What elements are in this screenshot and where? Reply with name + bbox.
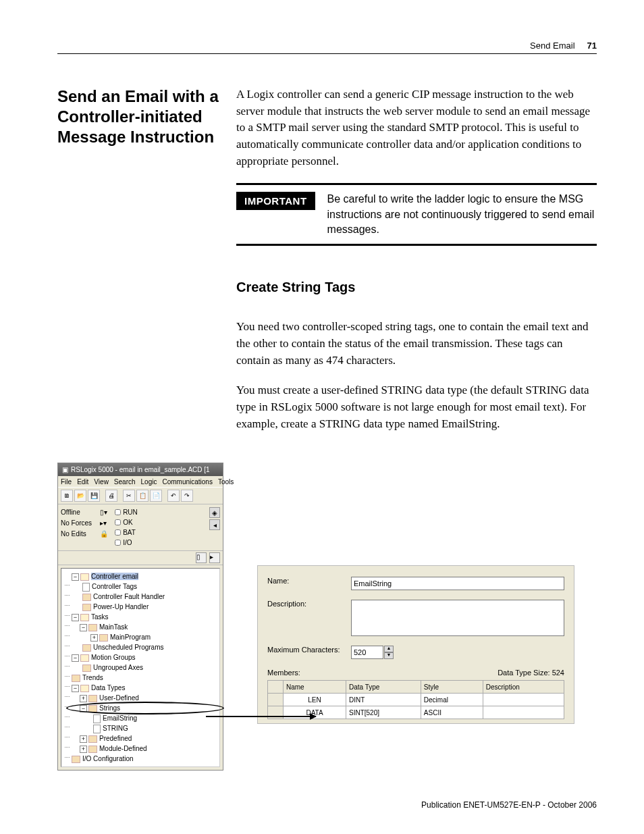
- paste-icon[interactable]: 📄: [150, 490, 162, 502]
- save-icon[interactable]: 💾: [88, 490, 100, 502]
- undo-icon[interactable]: ↶: [167, 490, 180, 502]
- file-icon: [93, 714, 101, 723]
- maxchars-label: Maximum Characters:: [267, 646, 346, 654]
- menubar[interactable]: File Edit View Search Logic Communicatio…: [58, 476, 223, 487]
- expand-icon[interactable]: +: [80, 695, 87, 702]
- redo-icon[interactable]: ↷: [181, 490, 193, 502]
- folder-icon: [72, 756, 80, 763]
- intro-paragraph: A Logix controller can send a generic CI…: [236, 86, 597, 170]
- col-datatype: Data Type: [346, 681, 421, 694]
- folder-icon: [72, 675, 80, 682]
- tree-emailstring[interactable]: EmailString: [103, 714, 137, 722]
- tree-powerup[interactable]: Power-Up Handler: [93, 603, 149, 610]
- tree-motion[interactable]: Motion Groups: [91, 654, 136, 661]
- cut-icon[interactable]: ✂: [123, 490, 135, 502]
- tree-maintask[interactable]: MainTask: [99, 623, 128, 631]
- expand-icon[interactable]: +: [80, 746, 87, 753]
- status-ok-row: OK: [115, 517, 138, 527]
- tree-ungrouped[interactable]: Ungrouped Axes: [93, 664, 143, 671]
- datasize-label: Data Type Size: 524: [498, 669, 564, 677]
- callout-arrow-icon: [206, 716, 316, 717]
- toolbar: 🗎 📂 💾 🖨 ✂ 📋 📄 ↶ ↷: [58, 487, 223, 504]
- tree-string-type[interactable]: STRING: [103, 725, 128, 732]
- expand-icon[interactable]: −: [72, 685, 79, 692]
- folder-icon: [80, 573, 89, 581]
- menu-search[interactable]: Search: [114, 478, 136, 486]
- tree-strings[interactable]: Strings: [99, 704, 120, 712]
- col-desc: Description: [483, 681, 564, 694]
- table-row[interactable]: LEN DINT Decimal: [268, 694, 564, 706]
- expand-icon[interactable]: −: [72, 654, 79, 662]
- header-page-number: 71: [587, 41, 597, 51]
- status-run-row: RUN: [115, 507, 138, 517]
- status-bat-row: BAT: [115, 527, 138, 538]
- datatype-dialog: Name: Description: Maximum Characters: ▲…: [257, 565, 574, 724]
- expand-icon[interactable]: −: [80, 705, 87, 712]
- publication-footer: Publication ENET-UM527E-EN-P - October 2…: [421, 800, 597, 810]
- io-checkbox[interactable]: [115, 540, 121, 546]
- name-input[interactable]: [351, 577, 564, 590]
- tree-controller-tags[interactable]: Controller Tags: [92, 583, 137, 590]
- tree-mainprogram[interactable]: MainProgram: [110, 633, 151, 641]
- tree-userdefined[interactable]: User-Defined: [99, 694, 139, 702]
- p2: You need two controller-scoped string ta…: [236, 319, 597, 369]
- important-callout: IMPORTANT Be careful to write the ladder…: [236, 183, 597, 246]
- expand-icon[interactable]: +: [90, 634, 98, 642]
- toolbar-box-icon[interactable]: ▯: [196, 552, 207, 563]
- bat-checkbox[interactable]: [115, 529, 121, 536]
- status-graphic-icon: ◈: [209, 507, 220, 518]
- tree-moduledefined[interactable]: Module-Defined: [99, 745, 147, 752]
- col-name: Name: [284, 681, 346, 694]
- project-tree[interactable]: −Controller email Controller Tags Contro…: [61, 568, 220, 767]
- table-header-row: Name Data Type Style Description: [268, 681, 564, 694]
- col-style: Style: [421, 681, 483, 694]
- tree-datatypes[interactable]: Data Types: [91, 684, 125, 692]
- desc-textarea[interactable]: [351, 600, 564, 636]
- status-offline: Offline: [61, 507, 92, 517]
- p3: You must create a user-defined STRING da…: [236, 382, 597, 432]
- folder-icon: [80, 614, 89, 621]
- desc-label: Description:: [267, 600, 346, 608]
- spin-up-icon[interactable]: ▲: [384, 646, 394, 652]
- menu-tools[interactable]: Tools: [218, 478, 234, 486]
- status-sep3-icon: 🔒: [100, 529, 108, 539]
- app-title: RSLogix 5000 - email in email_sample.ACD…: [71, 466, 210, 473]
- tree-ioconfig[interactable]: I/O Configuration: [82, 755, 134, 762]
- app-icon: ▣: [62, 466, 68, 473]
- folder-icon: [99, 634, 108, 642]
- menu-logic[interactable]: Logic: [141, 478, 157, 486]
- status-io-row: I/O: [115, 538, 138, 548]
- menu-file[interactable]: File: [61, 478, 72, 486]
- section-title: Send an Email with a Controller-initiate…: [57, 86, 230, 147]
- menu-view[interactable]: View: [94, 478, 109, 486]
- tree-trends[interactable]: Trends: [82, 674, 103, 681]
- tree-tasks[interactable]: Tasks: [91, 613, 109, 621]
- tree-predefined[interactable]: Predefined: [99, 735, 132, 742]
- new-icon[interactable]: 🗎: [61, 490, 73, 502]
- page-header: Send Email 71: [57, 41, 597, 54]
- folder-icon: [88, 746, 97, 753]
- expand-icon[interactable]: +: [80, 735, 87, 743]
- members-label: Members:: [267, 669, 300, 677]
- folder-icon: [80, 685, 89, 692]
- maxchars-input[interactable]: [351, 646, 383, 659]
- name-label: Name:: [267, 577, 346, 585]
- expand-icon[interactable]: −: [80, 624, 87, 631]
- expand-icon[interactable]: −: [72, 614, 79, 621]
- tree-controller[interactable]: Controller email: [91, 573, 138, 580]
- toolbar-arrow-icon[interactable]: ▸: [209, 552, 220, 563]
- menu-communications[interactable]: Communications: [162, 478, 212, 486]
- tree-unscheduled[interactable]: Unscheduled Programs: [93, 644, 164, 651]
- rslogix-window: ▣ RSLogix 5000 - email in email_sample.A…: [57, 463, 223, 771]
- file-icon: [93, 725, 101, 733]
- open-icon[interactable]: 📂: [74, 490, 86, 502]
- scroll-left-icon[interactable]: ◂: [209, 519, 220, 530]
- copy-icon[interactable]: 📋: [136, 490, 149, 502]
- tree-fault-handler[interactable]: Controller Fault Handler: [93, 593, 165, 600]
- print-icon[interactable]: 🖨: [105, 490, 117, 502]
- menu-edit[interactable]: Edit: [77, 478, 88, 486]
- expand-icon[interactable]: −: [72, 573, 79, 581]
- run-checkbox[interactable]: [115, 509, 121, 515]
- spin-down-icon[interactable]: ▼: [384, 652, 394, 659]
- ok-checkbox[interactable]: [115, 519, 121, 525]
